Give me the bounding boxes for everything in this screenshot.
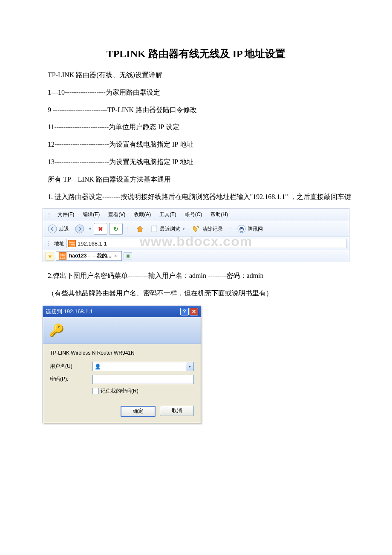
address-value: 192.168.1.1 (76, 240, 107, 247)
back-button[interactable]: 后退 (46, 223, 71, 235)
refresh-icon: ↻ (113, 225, 118, 232)
separator-icon: ⋮ (227, 226, 233, 232)
text-step2: 2.弹出下图用户名密码菜单---------输入用户名：admin ------… (34, 270, 358, 282)
new-tab-button[interactable]: ▣ (124, 252, 132, 260)
recent-button[interactable]: 最近浏览 ▼ (148, 224, 187, 234)
menu-help[interactable]: 帮助(H) (206, 210, 232, 219)
password-row: 密码(P): (50, 375, 194, 384)
forward-icon (75, 224, 84, 234)
home-icon (135, 224, 144, 234)
chevron-down-icon: ▾ (189, 364, 191, 369)
recent-label: 最近浏览 (160, 225, 180, 233)
clear-history-button[interactable]: 清除记录 (189, 223, 225, 235)
menu-tools[interactable]: 工具(T) (155, 210, 180, 219)
chevron-down-icon: ▼ (182, 227, 185, 231)
address-label: 地址 (52, 240, 66, 247)
home-button[interactable] (133, 223, 147, 235)
dialog-titlebar: 连接到 192.168.1.1 ? ✕ (43, 306, 201, 317)
menu-edit[interactable]: 编辑(E) (78, 210, 104, 219)
keys-icon: 🔑 (49, 323, 64, 337)
hao123-icon: hao 123 (68, 240, 76, 247)
tab-title: hao123－－我的... (69, 252, 111, 260)
menu-favorites[interactable]: 收藏(A) (130, 210, 155, 219)
menu-account[interactable]: 帐号(C) (181, 210, 207, 219)
username-input[interactable]: 👤 ▾ (92, 362, 194, 371)
plus-icon: ▣ (126, 254, 130, 258)
forward-button[interactable] (73, 223, 86, 235)
chevron-down-icon[interactable]: ▼ (88, 227, 92, 231)
svg-line-3 (197, 226, 199, 228)
tencent-label: 腾讯网 (248, 225, 263, 233)
user-icon: 👤 (95, 364, 101, 370)
text-toc-1: 1—10------------------为家用路由器设定 (34, 87, 358, 99)
remember-checkbox[interactable] (92, 388, 99, 394)
ok-button[interactable]: 确定 (121, 406, 156, 417)
tab-bar: ★ hao 123 hao123－－我的... ✕ ▣ (43, 250, 349, 262)
tencent-button[interactable]: 腾讯网 (235, 223, 265, 234)
dialog-banner: 🔑 (43, 317, 201, 344)
dialog-title-text: 连接到 192.168.1.1 (46, 308, 93, 315)
text-toc-5: 13------------------------为设置无线电脑指定 IP 地… (34, 156, 358, 168)
username-label: 用户名(U): (50, 363, 92, 370)
back-icon (48, 224, 57, 234)
back-label: 后退 (59, 225, 69, 233)
broom-icon (191, 224, 201, 234)
help-button[interactable]: ? (180, 308, 189, 315)
remember-label: 记住我的密码(R) (101, 387, 138, 395)
text-toc-2: 9 ------------------------TP-LINK 路由器登陆口… (34, 104, 358, 116)
separator-icon: ⋮ (124, 226, 131, 232)
svg-point-6 (240, 229, 243, 231)
page-title: TPLINK 路由器有线无线及 IP 地址设置 (34, 47, 358, 61)
address-input[interactable]: hao 123 192.168.1.1 (66, 239, 346, 248)
favorites-icon[interactable]: ★ (46, 252, 54, 260)
menu-file[interactable]: 文件(F) (53, 210, 78, 219)
text-toc-4: 12------------------------为设置有线电脑指定 IP 地… (34, 139, 358, 151)
grip-icon: ⋮ (46, 240, 52, 246)
hao123-icon: hao 123 (59, 252, 66, 260)
password-input[interactable] (92, 375, 194, 384)
remember-row[interactable]: 记住我的密码(R) (92, 387, 194, 395)
menu-view[interactable]: 查看(V) (104, 210, 130, 219)
page-icon (150, 225, 158, 233)
text-intro: TP-LINK 路由器(有线、无线)设置详解 (34, 69, 358, 81)
text-step1: 1. 进入路由器设定--------按说明接好线路后在电脑浏览器地址栏输入"19… (34, 191, 358, 203)
stop-icon: ✖ (98, 225, 103, 232)
toolbar: 后退 ▼ ✖ ↻ ⋮ 最近浏览 ▼ 清除记录 (43, 221, 349, 237)
close-button[interactable]: ✕ (190, 308, 198, 315)
text-note: 所有 TP—LINK 路由器设置方法基本通用 (34, 173, 358, 186)
browser-window: ⋮ 文件(F) 编辑(E) 查看(V) 收藏(A) 工具(T) 帐号(C) 帮助… (43, 208, 349, 262)
text-toc-3: 11------------------------为单位用户静态 IP 设定 (34, 121, 358, 133)
login-dialog: 连接到 192.168.1.1 ? ✕ 🔑 TP-LINK Wireless N… (43, 306, 201, 423)
svg-point-7 (240, 228, 241, 228)
dropdown-button[interactable]: ▾ (186, 362, 193, 371)
refresh-button[interactable]: ↻ (109, 223, 123, 235)
svg-point-1 (75, 225, 84, 233)
clear-label: 清除记录 (202, 225, 223, 233)
cancel-button[interactable]: 取消 (160, 406, 194, 416)
server-name: TP-LINK Wireless N Router WR941N (50, 350, 194, 356)
dialog-buttons: 确定 取消 (43, 399, 201, 423)
text-step2-note: （有些其他品牌路由器用户名、密码不一样，但在机壳下面或说明书里有） (34, 287, 358, 300)
username-row: 用户名(U): 👤 ▾ (50, 362, 194, 371)
password-label: 密码(P): (50, 376, 92, 383)
svg-point-8 (242, 228, 243, 228)
grip-icon: ⋮ (46, 212, 53, 218)
stop-button[interactable]: ✖ (94, 223, 107, 235)
penguin-icon (237, 225, 246, 233)
close-tab-icon[interactable]: ✕ (114, 254, 117, 258)
browser-tab[interactable]: hao 123 hao123－－我的... ✕ (56, 251, 122, 261)
dialog-body: TP-LINK Wireless N Router WR941N 用户名(U):… (43, 344, 201, 399)
svg-point-0 (48, 225, 57, 233)
address-bar: www.bdocx.com ⋮ 地址 hao 123 192.168.1.1 (43, 237, 349, 250)
menu-bar: ⋮ 文件(F) 编辑(E) 查看(V) 收藏(A) 工具(T) 帐号(C) 帮助… (43, 208, 349, 221)
